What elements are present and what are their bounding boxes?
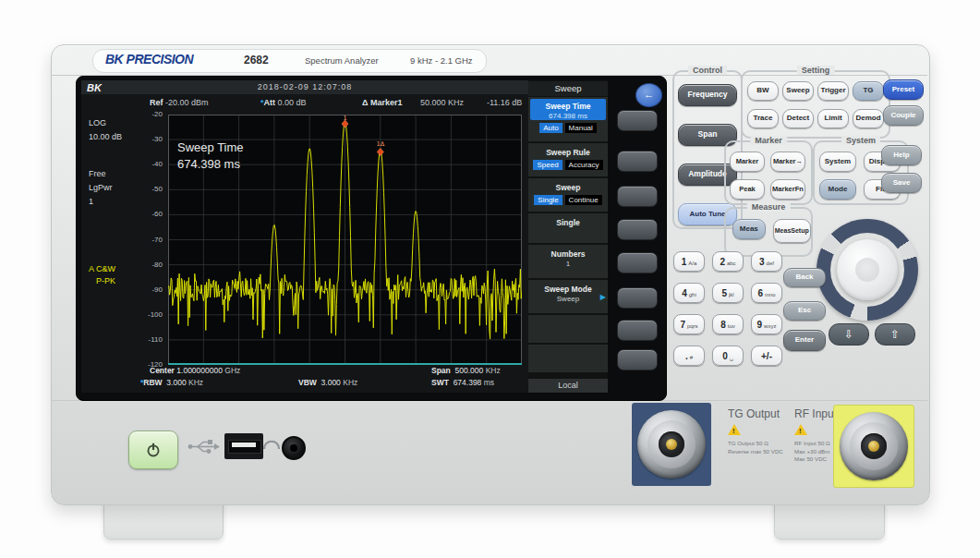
button-peak[interactable]: Peak [730, 179, 765, 200]
button-marker-fn[interactable]: MarkerFn [770, 179, 805, 200]
button-help[interactable]: Help [881, 145, 922, 165]
button-esc[interactable]: Esc [783, 301, 826, 321]
spectrum-analyzer-front-panel: BK PRECISION 2682 Spectrum Analyzer 9 kH… [0, 0, 980, 558]
toggle-option-manual[interactable]: Manual [565, 123, 597, 133]
menu-item-sweep[interactable]: SweepSingleContinue [528, 178, 608, 212]
button-meas-setup[interactable]: MeasSetup [773, 219, 811, 243]
key-sub-label: ghi [689, 292, 696, 297]
ref-value: -20.00 dBm [165, 98, 209, 107]
key-2[interactable]: 2abc [712, 251, 744, 272]
delta-marker-amplitude: -11.16 dB [487, 98, 522, 107]
y-tick-label: -60 [139, 210, 163, 218]
toggle-option-single[interactable]: Single [534, 195, 562, 205]
y-tick-label: -120 [139, 360, 163, 369]
softkey-3[interactable] [617, 186, 658, 207]
menu-item-numbers[interactable]: Numbers1 [528, 245, 608, 278]
toggle-option-auto[interactable]: Auto [539, 123, 562, 133]
button-save[interactable]: Save [881, 173, 922, 193]
menu-item-sweep-mode[interactable]: Sweep ModeSweep▶ [528, 280, 608, 313]
button-demod[interactable]: Demod [853, 109, 884, 128]
button-frequency[interactable]: Frequency [678, 84, 737, 106]
button-enter[interactable]: Enter [783, 330, 826, 351]
rf-input-connector [840, 412, 908, 480]
key-5[interactable]: 5jkl [712, 283, 744, 303]
key-main-label: 2 [720, 257, 725, 267]
back-arrow-button[interactable]: ← [635, 83, 662, 107]
button-bw[interactable]: BW [747, 81, 779, 101]
menu-item-sweep-rule[interactable]: Sweep RuleSpeedAccuracy [528, 143, 608, 176]
menu-item-head: Sweep ModeSweep [530, 282, 606, 303]
tg-output-connector [637, 410, 706, 479]
datetime-readout: 2018-02-09 12:07:08 [81, 80, 528, 94]
key-8[interactable]: 8tuv [712, 314, 744, 334]
key-main-label: 3 [759, 257, 765, 267]
control-group-label: Control [688, 66, 727, 75]
key-3[interactable]: 3def [751, 251, 782, 272]
y-tick-label: -90 [139, 285, 163, 294]
power-button[interactable] [128, 431, 178, 469]
warning-line: Reverse max 50 VDC [728, 448, 783, 455]
ref-level-readout: Ref -20.00 dBm [150, 98, 209, 107]
button-marker[interactable]: Marker [730, 152, 765, 172]
delta-marker-label: Δ Marker1 [362, 98, 403, 107]
key-4[interactable]: 4ghi [673, 283, 705, 303]
softkey-8[interactable] [617, 349, 658, 370]
button-tg[interactable]: TG [853, 81, 884, 101]
menu-item-single[interactable]: Single [528, 213, 608, 243]
key-blank[interactable]: +/- [751, 346, 782, 366]
readout-free: Free [89, 169, 106, 178]
arrow-down-button[interactable]: ⇩ [829, 323, 869, 346]
arrow-up-button[interactable]: ⇧ [875, 323, 915, 346]
button-couple[interactable]: Couple [883, 105, 924, 126]
toggle-option-continue[interactable]: Continue [565, 195, 602, 205]
local-status: Local [528, 379, 608, 393]
button-trigger[interactable]: Trigger [817, 81, 849, 101]
key-0[interactable]: 0␣ [712, 346, 744, 366]
softkey-6[interactable] [617, 287, 658, 309]
button-detect[interactable]: Detect [782, 109, 814, 128]
frequency-range: 9 kHz - 2.1 GHz [410, 55, 473, 66]
button-sweep[interactable]: Sweep [782, 81, 814, 101]
softkey-7[interactable] [617, 320, 658, 341]
model-number: 2682 [244, 54, 269, 67]
button-system[interactable]: System [819, 152, 856, 172]
softkey-2[interactable] [617, 151, 658, 172]
key-blank[interactable]: .# [673, 346, 705, 366]
toggle-option-speed[interactable]: Speed [533, 160, 562, 170]
key-sub-label: mno [765, 292, 776, 297]
svg-text:1: 1 [343, 115, 346, 122]
button-mode[interactable]: Mode [819, 179, 856, 200]
rotary-knob[interactable] [817, 219, 918, 321]
system-group-label: System [841, 136, 880, 145]
button-meas[interactable]: Meas [732, 219, 766, 239]
rbw-readout: *RBW 3.000 KHz [140, 378, 203, 387]
menu-item-sweep-time[interactable]: Sweep Time674.398 msAutoManual [528, 97, 608, 141]
button-marker[interactable]: Marker→ [770, 152, 805, 172]
key-sub-label: # [690, 355, 693, 360]
softkey-4[interactable] [617, 219, 658, 240]
warning-line: Max +30 dBm [794, 448, 829, 455]
softkey-5[interactable] [617, 252, 658, 273]
key-main-label: 7 [680, 320, 685, 330]
vbw-readout: VBW 3.000 KHz [298, 378, 357, 387]
key-9[interactable]: 9wxyz [751, 314, 782, 334]
toggle-option-accuracy[interactable]: Accuracy [565, 160, 603, 170]
key-7[interactable]: 7pqrs [673, 314, 705, 334]
headphone-icon [262, 435, 281, 451]
y-tick-label: -110 [139, 335, 163, 344]
button-preset[interactable]: Preset [883, 79, 924, 100]
button-trace[interactable]: Trace [747, 109, 779, 128]
button-limit[interactable]: Limit [817, 109, 849, 128]
menu-item-label: Sweep Time [530, 99, 606, 111]
button-back[interactable]: Back [783, 268, 826, 287]
rf-input-mount [833, 405, 914, 488]
product-name: Spectrum Analyzer [305, 55, 379, 66]
key-1[interactable]: 1A/a [673, 251, 705, 272]
marker-group: Marker MarkerMarker→PeakMarkerFn [724, 140, 813, 205]
key-6[interactable]: 6mno [751, 283, 782, 303]
key-main-label: 6 [757, 288, 763, 298]
softkey-1[interactable] [617, 110, 658, 131]
menu-item-head: Sweep Rule [530, 145, 606, 157]
menu-item-toggle: SpeedAccuracy [528, 160, 608, 170]
key-sub-label: jkl [729, 292, 734, 297]
